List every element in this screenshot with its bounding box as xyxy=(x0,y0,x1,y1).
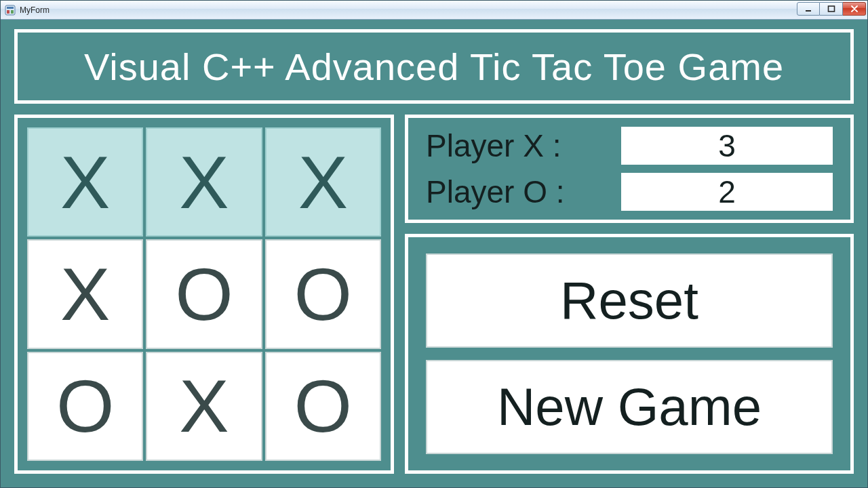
client-area: Visual C++ Advanced Tic Tac Toe Game X X… xyxy=(6,25,862,482)
reset-button[interactable]: Reset xyxy=(426,253,833,348)
player-x-label: Player X : xyxy=(426,127,609,164)
cell-1[interactable]: X xyxy=(146,127,262,237)
window-title: MyForm xyxy=(20,5,50,15)
cell-4[interactable]: O xyxy=(146,239,262,348)
app-icon xyxy=(5,5,16,16)
window-controls xyxy=(797,2,866,16)
cell-6[interactable]: O xyxy=(27,352,143,461)
board-panel: X X X X O O O X O xyxy=(14,115,394,474)
score-panel: Player X : 3 Player O : 2 xyxy=(405,115,854,223)
svg-rect-3 xyxy=(11,10,14,14)
minimize-button[interactable] xyxy=(797,2,820,16)
score-row-o: Player O : 2 xyxy=(426,173,833,211)
app-window: MyForm Visual C++ Advanced Tic Tac Toe G… xyxy=(0,0,868,488)
title-panel: Visual C++ Advanced Tic Tac Toe Game xyxy=(14,29,854,104)
cell-3[interactable]: X xyxy=(27,239,143,348)
cell-0[interactable]: X xyxy=(27,127,143,237)
player-x-score: 3 xyxy=(621,127,833,165)
cell-7[interactable]: X xyxy=(146,352,262,461)
cell-2[interactable]: X xyxy=(265,127,381,237)
player-o-label: Player O : xyxy=(426,174,609,210)
player-o-score: 2 xyxy=(621,173,833,211)
svg-rect-4 xyxy=(806,10,811,12)
svg-rect-2 xyxy=(7,10,9,14)
titlebar[interactable]: MyForm xyxy=(1,1,867,20)
svg-rect-5 xyxy=(828,6,834,12)
page-title: Visual C++ Advanced Tic Tac Toe Game xyxy=(84,45,784,89)
new-game-button[interactable]: New Game xyxy=(426,360,833,454)
svg-rect-1 xyxy=(7,7,14,9)
maximize-button[interactable] xyxy=(820,2,843,16)
buttons-panel: Reset New Game xyxy=(405,234,854,474)
cell-5[interactable]: O xyxy=(265,239,381,348)
close-button[interactable] xyxy=(843,2,866,16)
game-grid: X X X X O O O X O xyxy=(27,127,381,461)
cell-8[interactable]: O xyxy=(265,352,381,461)
score-row-x: Player X : 3 xyxy=(426,127,833,165)
